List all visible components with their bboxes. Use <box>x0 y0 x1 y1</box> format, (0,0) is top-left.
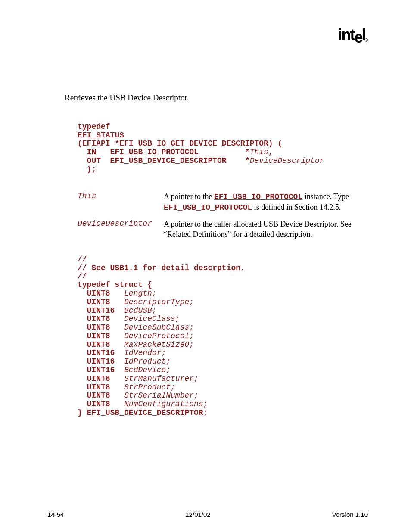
proto-l3: (EFIAPI *EFI_USB_IO_GET_DEVICE_DESCRIPTO… <box>78 139 282 148</box>
prototype-block: typedef EFI_STATUS (EFIAPI *EFI_USB_IO_G… <box>78 123 368 174</box>
proto-l4kw: IN EFI_USB_IO_PROTOCOL <box>78 148 245 156</box>
proto-l6: ); <box>78 165 96 174</box>
struct-comment: // <box>78 255 87 264</box>
proto-l2: EFI_STATUS <box>78 131 124 140</box>
footer-center: 12/01/02 <box>185 511 210 518</box>
param-table: This A pointer to the EFI_USB_IO_PROTOCO… <box>78 191 368 240</box>
struct-comment: // <box>78 272 87 280</box>
param-desc: A pointer to the caller allocated USB De… <box>164 219 368 240</box>
proto-l4star: * <box>245 148 250 156</box>
footer-left: 14-54 <box>47 511 64 518</box>
struct-tail: } EFI_USB_DEVICE_DESCRIPTOR; <box>78 408 208 417</box>
proto-l4it: This <box>250 148 268 156</box>
param-desc-code: EFI_USB_IO_PROTOCOL <box>214 193 302 201</box>
footer-right: Version 1.10 <box>332 511 368 518</box>
proto-l5kw: OUT EFI_USB_DEVICE_DESCRIPTOR <box>78 156 245 165</box>
page: intel® Retrieves the USB Device Descript… <box>0 0 411 532</box>
struct-comment: // See USB1.1 for detail descrption. <box>78 264 245 272</box>
param-name: DeviceDescriptor <box>78 219 164 229</box>
proto-l1: typedef <box>78 122 110 131</box>
param-desc: A pointer to the EFI_USB_IO_PROTOCOL ins… <box>164 191 368 213</box>
struct-head: typedef struct { <box>78 280 152 289</box>
proto-l5star: * <box>245 156 250 165</box>
param-desc-text: A pointer to the <box>164 192 214 201</box>
summary-text: Retrieves the USB Device Descriptor. <box>65 93 368 103</box>
proto-l5it: DeviceDescriptor <box>250 156 324 165</box>
param-name: This <box>78 191 164 201</box>
param-desc-text: is defined in Section 14.2.5. <box>252 203 341 212</box>
intel-logo: intel® <box>338 26 368 44</box>
proto-l4end: , <box>268 148 273 156</box>
param-row: DeviceDescriptor A pointer to the caller… <box>78 219 368 240</box>
param-desc-text: instance. Type <box>302 192 349 201</box>
param-desc-code: EFI_USB_IO_PROTOCOL <box>164 203 252 212</box>
body-content: Retrieves the USB Device Descriptor. typ… <box>67 93 368 417</box>
page-footer: 14-54 12/01/02 Version 1.10 <box>47 511 368 518</box>
struct-block: // // See USB1.1 for detail descrption. … <box>78 255 368 417</box>
param-row: This A pointer to the EFI_USB_IO_PROTOCO… <box>78 191 368 213</box>
